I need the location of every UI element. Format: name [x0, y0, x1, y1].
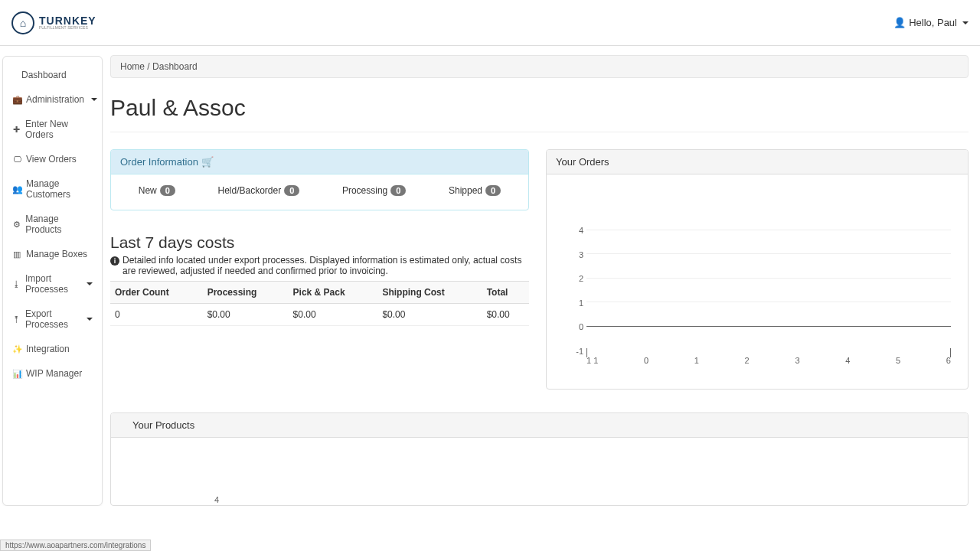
caret-down-icon [87, 282, 93, 285]
caret-down-icon [962, 21, 969, 24]
divider [110, 132, 969, 132]
upload-icon: ⭱ [12, 315, 21, 324]
xtick: 6 [946, 356, 951, 365]
stat-label: Shipped [449, 185, 482, 196]
costs-heading: Last 7 days costs [110, 233, 529, 252]
th-processing: Processing [203, 282, 289, 304]
caret-down-icon [91, 98, 97, 101]
breadcrumb: Home / Dashboard [110, 55, 969, 78]
td: 0 [110, 304, 203, 326]
th-pick-pack: Pick & Pack [289, 282, 378, 304]
bars-icon: 📊 [12, 369, 21, 379]
order-info-title: Order Information [120, 156, 198, 168]
stat-label: Held/Backorder [218, 185, 282, 196]
chart-grid [586, 230, 951, 350]
breadcrumb-sep: / [147, 61, 149, 72]
th-total: Total [482, 282, 529, 304]
costs-note: i Detailed info located under export pro… [110, 255, 529, 276]
stat-badge: 0 [160, 185, 175, 196]
sidebar-label: View Orders [26, 154, 77, 165]
sidebar-item-view-orders[interactable]: 🖵 View Orders [3, 147, 102, 171]
ytick: 0 [573, 322, 583, 331]
stat-label: New [139, 185, 157, 196]
your-orders-panel: Your Orders 4 3 2 1 0 -1 [546, 149, 969, 390]
table-header-row: Order Count Processing Pick & Pack Shipp… [110, 282, 529, 304]
briefcase-icon: 💼 [12, 95, 21, 105]
sidebar-label: Dashboard [21, 70, 67, 80]
cart-icon: 🛒 [201, 156, 214, 168]
td: $0.00 [482, 304, 529, 326]
stat-label: Processing [342, 185, 387, 196]
sidebar-label: Export Processes [25, 308, 80, 330]
stat-badge: 0 [485, 185, 501, 196]
user-icon: 👤 [893, 17, 906, 28]
logo[interactable]: ⌂ TURNKEY FULFILLMENT SERVICES [11, 11, 96, 34]
xtick: 4 [845, 356, 850, 365]
xtick: 2 [745, 356, 750, 365]
topbar: ⌂ TURNKEY FULFILLMENT SERVICES 👤 Hello, … [0, 0, 980, 46]
your-products-heading: Your Products [111, 413, 968, 438]
xtick: 0 [644, 356, 648, 365]
products-ytick: 4 [214, 495, 219, 504]
sidebar-label: Integration [26, 344, 70, 354]
ytick: 4 [573, 226, 583, 235]
user-menu[interactable]: 👤 Hello, Paul [893, 17, 969, 28]
brand-name: TURNKEY [39, 15, 96, 26]
costs-table: Order Count Processing Pick & Pack Shipp… [110, 281, 529, 326]
ytick: 3 [573, 250, 583, 259]
sidebar-item-import[interactable]: ⭳ Import Processes [3, 266, 102, 302]
sidebar-label: Manage Customers [26, 178, 93, 200]
xtick: 1 1 [586, 356, 598, 365]
caret-down-icon [87, 318, 93, 321]
users-icon: 👥 [12, 184, 21, 194]
your-orders-heading: Your Orders [547, 150, 968, 174]
stat-badge: 0 [390, 185, 406, 196]
sidebar-item-integration[interactable]: ✨ Integration [3, 337, 102, 361]
sidebar: Dashboard 💼 Administration ✚ Enter New O… [2, 56, 103, 506]
info-icon: i [110, 256, 119, 266]
ytick: -1 [573, 347, 583, 356]
sidebar-item-wip[interactable]: 📊 WIP Manager [3, 361, 102, 386]
order-info-panel: Order Information 🛒 New 0 Held/Backorder… [110, 149, 529, 210]
sidebar-label: Enter New Orders [25, 119, 93, 140]
download-icon: ⭳ [12, 279, 21, 289]
wand-icon: ✨ [12, 344, 21, 354]
xtick: 5 [896, 356, 900, 365]
xtick: 1 [694, 356, 699, 365]
page-title: Paul & Assoc [110, 95, 969, 121]
td: $0.00 [203, 304, 289, 326]
xtick: 3 [795, 356, 799, 365]
main-content: Home / Dashboard Paul & Assoc Order Info… [103, 46, 980, 506]
brand-tagline: FULFILLMENT SERVICES [39, 26, 96, 30]
ytick: 1 [573, 298, 583, 308]
sidebar-label: Manage Products [25, 214, 93, 235]
ytick: 2 [573, 274, 583, 283]
user-greeting: Hello, Paul [909, 17, 957, 28]
sidebar-item-administration[interactable]: 💼 Administration [3, 87, 102, 112]
costs-note-text: Detailed info located under export proce… [122, 255, 529, 276]
stat-held[interactable]: Held/Backorder 0 [218, 185, 300, 196]
dashboard-icon: 🖵 [12, 155, 21, 164]
th-order-count: Order Count [110, 282, 203, 304]
sidebar-item-manage-products[interactable]: ⚙ Manage Products [3, 207, 102, 242]
breadcrumb-home[interactable]: Home [120, 61, 145, 72]
sidebar-item-dashboard[interactable]: Dashboard [3, 63, 102, 87]
sidebar-item-manage-customers[interactable]: 👥 Manage Customers [3, 171, 102, 207]
gear-icon: ⚙ [12, 220, 21, 230]
sidebar-label: WIP Manager [26, 368, 82, 379]
sidebar-label: Manage Boxes [26, 249, 87, 259]
th-shipping: Shipping Cost [377, 282, 482, 304]
stat-new[interactable]: New 0 [139, 185, 175, 196]
sidebar-item-manage-boxes[interactable]: ▥ Manage Boxes [3, 242, 102, 266]
chart-y-axis: 4 3 2 1 0 -1 [573, 226, 583, 356]
sidebar-item-export[interactable]: ⭱ Export Processes [3, 302, 102, 337]
plus-icon: ✚ [12, 125, 21, 135]
your-products-panel: Your Products 4 [110, 412, 969, 506]
orders-chart: 4 3 2 1 0 -1 [586, 226, 951, 379]
td: $0.00 [289, 304, 378, 326]
sidebar-label: Import Processes [25, 273, 80, 295]
stat-shipped[interactable]: Shipped 0 [449, 185, 501, 196]
stat-processing[interactable]: Processing 0 [342, 185, 407, 196]
sidebar-item-enter-orders[interactable]: ✚ Enter New Orders [3, 112, 102, 147]
td: $0.00 [377, 304, 482, 326]
